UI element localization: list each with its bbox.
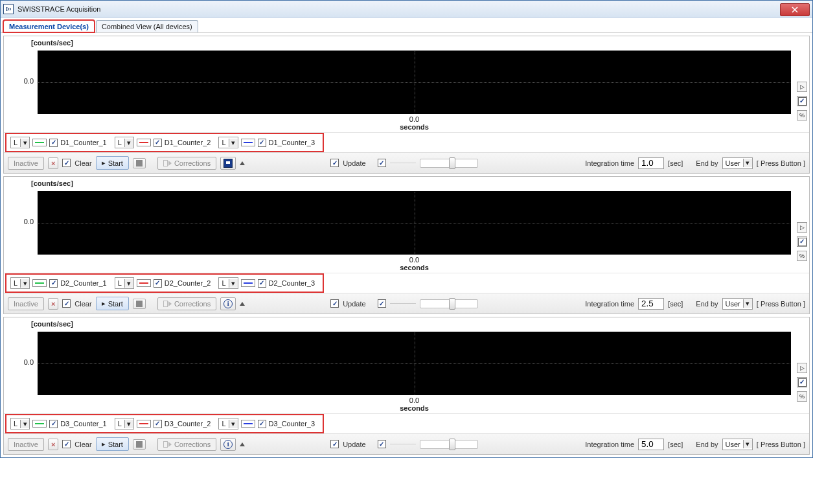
end-by-selector[interactable]: User▾ xyxy=(722,439,753,450)
legend-highlight-box: L▾ D3_Counter_1 L▾ D3_Counter_2 L▾ D3_Co… xyxy=(8,417,321,431)
update-checkbox[interactable] xyxy=(330,440,339,448)
corrections-button[interactable]: Corrections xyxy=(157,157,216,170)
linetype-selector[interactable]: L▾ xyxy=(10,418,30,430)
linetype-selector[interactable]: L▾ xyxy=(115,277,134,289)
start-button[interactable]: ▸ Start xyxy=(96,297,129,310)
chart-scroll-right-button[interactable]: ▷ xyxy=(797,82,807,92)
update-checkbox[interactable] xyxy=(330,159,339,167)
end-by-selector[interactable]: User▾ xyxy=(722,157,753,169)
series-color-swatch-3[interactable] xyxy=(241,279,255,287)
tab-combined-view[interactable]: Combined View (All devices) xyxy=(96,20,198,32)
stop-button[interactable] xyxy=(133,439,146,450)
chart-scroll-right-button[interactable]: ▷ xyxy=(797,222,807,233)
series-color-swatch-2[interactable] xyxy=(137,279,151,287)
linetype-selector[interactable]: L▾ xyxy=(10,137,30,148)
integration-time-label: Integration time xyxy=(585,300,634,308)
slider-thumb[interactable] xyxy=(449,157,455,169)
status-inactive-button[interactable]: Inactive xyxy=(8,157,44,170)
chart-plot-area[interactable] xyxy=(38,191,791,255)
clear-checkbox[interactable] xyxy=(62,299,71,308)
press-button-hint: [ Press Button ] xyxy=(757,159,805,167)
legend-bar: L▾ D2_Counter_1 L▾ D2_Counter_2 L▾ D2_Co… xyxy=(4,273,809,293)
slider-thumb[interactable] xyxy=(449,439,455,450)
update-checkbox[interactable] xyxy=(330,299,339,308)
linetype-selector[interactable]: L▾ xyxy=(10,277,30,289)
start-button[interactable]: ▸ Start xyxy=(96,156,129,170)
series-visible-toggle-3[interactable] xyxy=(258,420,266,428)
series-color-swatch-1[interactable] xyxy=(32,139,47,146)
expand-up-icon[interactable] xyxy=(240,302,245,306)
series-color-swatch-1[interactable] xyxy=(32,279,47,287)
linetype-selector[interactable]: L▾ xyxy=(115,137,134,148)
corrections-button[interactable]: Corrections xyxy=(157,438,216,451)
integration-time-input[interactable] xyxy=(638,439,664,450)
slider-enable-checkbox[interactable] xyxy=(378,299,386,308)
linetype-selector[interactable]: L▾ xyxy=(218,418,238,430)
chart-plot-area[interactable] xyxy=(38,332,791,395)
close-device-button[interactable]: × xyxy=(48,439,58,450)
update-label: Update xyxy=(343,159,365,167)
linetype-selector[interactable]: L▾ xyxy=(218,137,238,148)
end-by-selector[interactable]: User▾ xyxy=(722,298,753,310)
linetype-selector[interactable]: L▾ xyxy=(218,277,238,289)
chart-scroll-right-button[interactable]: ▷ xyxy=(797,363,807,373)
slider-enable-checkbox[interactable] xyxy=(378,440,386,448)
chart-percent-button[interactable]: % xyxy=(797,391,807,402)
chart-percent-button[interactable]: % xyxy=(797,251,807,261)
status-inactive-button[interactable]: Inactive xyxy=(8,438,44,451)
slider-thumb[interactable] xyxy=(449,298,455,310)
start-button[interactable]: ▸ Start xyxy=(96,437,129,451)
device-control-bar: Inactive × Clear ▸ Start Corrections i U… xyxy=(4,433,809,454)
press-button-hint: [ Press Button ] xyxy=(757,300,805,308)
stop-button[interactable] xyxy=(133,158,146,168)
series-visible-toggle-3[interactable] xyxy=(258,279,266,288)
integration-time-input[interactable] xyxy=(638,298,664,310)
expand-up-icon[interactable] xyxy=(240,442,245,446)
integration-time-input[interactable] xyxy=(638,157,664,169)
percent-icon: % xyxy=(799,393,805,400)
percent-icon: % xyxy=(799,112,805,119)
update-rate-slider[interactable] xyxy=(420,299,478,308)
chart-autoscale-toggle[interactable] xyxy=(797,96,807,106)
series-visible-toggle-2[interactable] xyxy=(154,279,162,288)
series-visible-toggle-1[interactable] xyxy=(49,139,58,147)
series-visible-toggle-3[interactable] xyxy=(258,139,266,147)
expand-up-icon[interactable] xyxy=(240,161,245,165)
chart-plot-area[interactable] xyxy=(38,51,791,114)
series-color-swatch-3[interactable] xyxy=(241,420,255,428)
series-visible-toggle-2[interactable] xyxy=(154,420,162,428)
chart-autoscale-toggle[interactable] xyxy=(797,377,807,387)
clear-checkbox[interactable] xyxy=(62,440,71,448)
series-color-swatch-3[interactable] xyxy=(241,139,255,146)
update-rate-slider[interactable] xyxy=(420,440,478,449)
update-label: Update xyxy=(343,441,365,448)
series-visible-toggle-1[interactable] xyxy=(49,279,58,288)
series-color-swatch-2[interactable] xyxy=(137,420,151,428)
window-close-button[interactable] xyxy=(780,3,810,16)
tab-measurement-devices[interactable]: Measurement Device(s) xyxy=(3,20,95,32)
chart-percent-button[interactable]: % xyxy=(797,110,807,120)
sec-unit-label: [sec] xyxy=(668,441,683,448)
linetype-selector[interactable]: L▾ xyxy=(115,418,134,430)
device-action-button[interactable] xyxy=(220,157,236,170)
close-device-button[interactable]: × xyxy=(48,298,58,310)
device-action-button[interactable]: i xyxy=(220,297,236,310)
update-rate-slider[interactable] xyxy=(420,159,478,168)
series-color-swatch-1[interactable] xyxy=(32,420,47,428)
close-device-button[interactable]: × xyxy=(48,157,58,169)
series-visible-toggle-2[interactable] xyxy=(154,139,162,147)
device-action-button[interactable]: i xyxy=(220,438,236,451)
tab-bar: Measurement Device(s) Combined View (All… xyxy=(1,17,812,32)
status-inactive-button[interactable]: Inactive xyxy=(8,297,44,310)
corrections-button[interactable]: Corrections xyxy=(157,297,216,310)
series-color-swatch-2[interactable] xyxy=(137,139,151,146)
series-visible-toggle-1[interactable] xyxy=(49,420,58,428)
x-icon: × xyxy=(51,300,55,308)
chart-autoscale-toggle[interactable] xyxy=(797,236,807,247)
clear-checkbox[interactable] xyxy=(62,159,71,167)
corrections-icon xyxy=(163,160,172,166)
stop-button[interactable] xyxy=(133,299,146,309)
legend-highlight-box: L▾ D2_Counter_1 L▾ D2_Counter_2 L▾ D2_Co… xyxy=(8,276,321,290)
slider-enable-checkbox[interactable] xyxy=(378,159,386,167)
series-label-3: D3_Counter_3 xyxy=(269,420,319,428)
